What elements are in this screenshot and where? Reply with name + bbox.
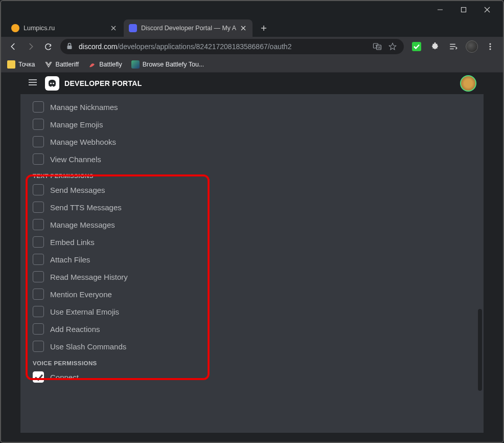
permission-label: Use External Emojis xyxy=(50,307,119,316)
checkbox[interactable] xyxy=(33,153,44,165)
permission-label: Embed Links xyxy=(50,238,95,247)
permission-label: Send TTS Messages xyxy=(50,203,122,212)
text-permission-item-4: Attach Files xyxy=(33,254,463,265)
checkbox[interactable] xyxy=(33,371,44,383)
extensions-icon[interactable] xyxy=(428,39,442,54)
new-tab-button[interactable] xyxy=(257,21,271,35)
general-permission-item-1: Manage Emojis xyxy=(33,119,463,130)
permission-label: Attach Files xyxy=(50,255,90,264)
tab-strip: Lumpics.ru Discord Developer Portal — My… xyxy=(1,18,503,37)
permission-label: Manage Emojis xyxy=(50,120,103,129)
bookmark-0[interactable]: Точка xyxy=(7,60,35,69)
discord-logo-icon xyxy=(45,76,59,91)
window-maximize-button[interactable] xyxy=(452,2,475,18)
general-permission-item-2: Manage Webhooks xyxy=(33,136,463,147)
permission-label: Connect xyxy=(50,373,79,382)
window-minimize-button[interactable] xyxy=(428,2,452,18)
svg-point-26 xyxy=(53,82,54,84)
permission-label: Send Messages xyxy=(50,186,105,194)
text-permission-item-0: Send Messages xyxy=(33,184,463,195)
checkbox[interactable] xyxy=(33,236,44,248)
favicon xyxy=(11,24,19,32)
checkbox[interactable] xyxy=(33,219,44,230)
checkbox[interactable] xyxy=(33,254,44,265)
portal-header: DEVELOPER PORTAL xyxy=(20,73,484,94)
extension-check-icon[interactable] xyxy=(409,39,424,54)
text-permission-item-8: Add Reactions xyxy=(33,323,463,335)
permission-label: Add Reactions xyxy=(50,325,100,334)
text-permission-item-6: Mention Everyone xyxy=(33,289,463,300)
bookmark-label: Browse Battlefy Tou... xyxy=(143,61,204,68)
lock-icon xyxy=(66,42,74,51)
svg-rect-15 xyxy=(412,42,421,51)
permission-label: Manage Messages xyxy=(50,220,115,229)
text-permission-item-9: Use Slash Commands xyxy=(33,341,463,352)
browser-menu-icon[interactable] xyxy=(483,39,497,54)
scrollbar-thumb[interactable] xyxy=(478,309,482,391)
checkbox[interactable] xyxy=(33,136,44,147)
forward-button[interactable] xyxy=(22,38,39,55)
browser-tab-1[interactable]: Discord Developer Portal — My A xyxy=(124,19,253,37)
user-avatar[interactable] xyxy=(460,75,476,92)
text-permission-item-2: Manage Messages xyxy=(33,219,463,230)
tab-close-icon[interactable] xyxy=(239,24,247,32)
bookmark-1[interactable]: Battleriff xyxy=(44,60,79,69)
tab-title: Discord Developer Portal — My A xyxy=(141,25,236,32)
bookmark-label: Battleriff xyxy=(56,61,79,68)
translate-icon[interactable]: 文A xyxy=(372,41,382,52)
svg-text:A: A xyxy=(378,46,380,49)
permission-label: View Channels xyxy=(50,155,101,164)
voice-permission-item-0: Connect xyxy=(33,371,463,383)
permission-label: Mention Everyone xyxy=(50,290,112,299)
checkbox[interactable] xyxy=(33,306,44,317)
portal-body: Manage NicknamesManage EmojisManage Webh… xyxy=(20,94,484,433)
general-permission-item-0: Manage Nicknames xyxy=(33,101,463,113)
bookmark-3[interactable]: Browse Battlefy Tou... xyxy=(131,60,204,69)
tab-title: Lumpics.ru xyxy=(24,25,106,32)
bookmark-2[interactable]: Battlefly xyxy=(88,60,122,69)
reload-button[interactable] xyxy=(40,38,56,55)
voice-permissions-title: VOICE PERMISSIONS xyxy=(33,360,463,366)
svg-point-25 xyxy=(50,82,52,84)
general-permission-item-3: View Channels xyxy=(33,153,463,165)
svg-rect-1 xyxy=(462,8,466,12)
permission-label: Manage Nicknames xyxy=(50,103,118,112)
svg-rect-10 xyxy=(67,46,72,49)
profile-avatar[interactable] xyxy=(465,39,479,54)
browser-tab-0[interactable]: Lumpics.ru xyxy=(6,19,123,37)
bookmarks-bar: Точка Battleriff Battlefly Browse Battle… xyxy=(1,56,503,73)
address-bar: discord.com/developers/applications/8242… xyxy=(1,37,503,56)
vertical-scrollbar[interactable] xyxy=(477,94,482,433)
permission-label: Read Message History xyxy=(50,273,128,281)
checkbox[interactable] xyxy=(33,341,44,352)
svg-point-19 xyxy=(489,43,491,45)
checkbox[interactable] xyxy=(33,119,44,130)
star-icon[interactable] xyxy=(387,41,398,52)
svg-text:文: 文 xyxy=(375,44,378,48)
tab-close-icon[interactable] xyxy=(109,24,118,32)
text-permission-item-1: Send TTS Messages xyxy=(33,202,463,213)
checkbox[interactable] xyxy=(33,101,44,113)
portal-title: DEVELOPER PORTAL xyxy=(64,79,142,87)
text-permission-item-3: Embed Links xyxy=(33,236,463,248)
bookmark-label: Точка xyxy=(18,61,35,68)
favicon xyxy=(129,24,137,32)
menu-icon[interactable] xyxy=(28,77,38,90)
svg-point-20 xyxy=(489,46,491,47)
reading-list-icon[interactable] xyxy=(446,39,461,54)
omnibox[interactable]: discord.com/developers/applications/8242… xyxy=(60,39,404,54)
text-permission-item-7: Use External Emojis xyxy=(33,306,463,317)
checkbox[interactable] xyxy=(33,271,44,282)
portal-content: DEVELOPER PORTAL Manage NicknamesManage … xyxy=(20,73,484,433)
text-permissions-title: TEXT PERMISSIONS xyxy=(33,173,463,179)
checkbox[interactable] xyxy=(33,202,44,213)
text-permission-item-5: Read Message History xyxy=(33,271,463,282)
checkbox[interactable] xyxy=(33,323,44,335)
svg-point-21 xyxy=(489,48,491,50)
bookmark-label: Battlefly xyxy=(99,61,122,68)
back-button[interactable] xyxy=(5,38,21,55)
checkbox[interactable] xyxy=(33,289,44,300)
checkbox[interactable] xyxy=(33,184,44,195)
window-titlebar xyxy=(1,1,503,18)
window-close-button[interactable] xyxy=(475,2,499,18)
